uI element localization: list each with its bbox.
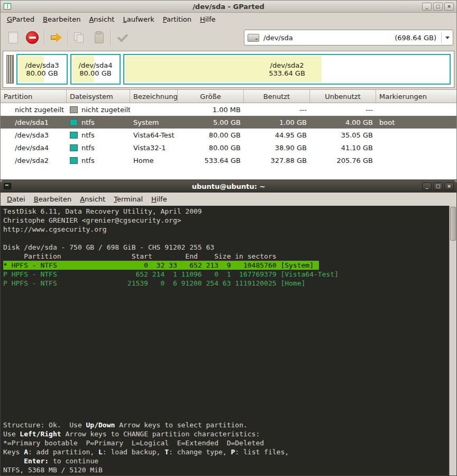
- drive-icon: [248, 34, 259, 42]
- terminal-line: http://www.cgsecurity.org: [3, 225, 447, 234]
- filesystem-color-swatch: [70, 132, 78, 139]
- minimize-button[interactable]: _: [422, 182, 432, 190]
- filesystem-color-swatch: [70, 106, 78, 113]
- close-button[interactable]: ×: [444, 182, 454, 190]
- gparted-toolbar-buttons: [4, 28, 132, 47]
- table-row--dev-sda2[interactable]: /dev/sda2ntfsHome533.64 GB327.88 GB205.7…: [1, 154, 456, 167]
- terminal-line: Disk /dev/sda - 750 GB / 698 GiB - CHS 9…: [3, 243, 447, 252]
- cell-used: ---: [244, 106, 310, 114]
- device-selector[interactable]: /dev/sda (698.64 GB): [244, 30, 453, 45]
- terminal-line: *=Primary bootable P=Primary L=Logical E…: [3, 438, 447, 447]
- partition-name: /dev/sda3: [25, 61, 59, 69]
- cell-partition: /dev/sda1: [1, 118, 67, 126]
- maximize-button[interactable]: □: [433, 3, 443, 11]
- filesystem-name: ntfs: [81, 157, 95, 164]
- column-header-4[interactable]: Benutzt: [244, 90, 310, 103]
- partition-visual-row: /dev/sda380.00 GB/dev/sda480.00 GB/dev/s…: [5, 53, 452, 85]
- table-row-nicht-zugeteilt[interactable]: nicht zugeteiltnicht zugeteilt1.00 MB---…: [1, 103, 456, 116]
- terminal-blank-area: [3, 288, 447, 420]
- table-row--dev-sda1[interactable]: /dev/sda1ntfsSystem5.00 GB1.00 GB4.00 GB…: [1, 116, 456, 129]
- cell-used: 38.90 GB: [244, 144, 310, 152]
- terminal-window-controls: _□×: [422, 182, 454, 190]
- terminal-menu-terminal[interactable]: Terminal: [109, 194, 147, 205]
- minimize-button[interactable]: _: [422, 3, 432, 11]
- cell-partition: /dev/sda2: [1, 157, 67, 164]
- table-row--dev-sda4[interactable]: /dev/sda4ntfsVista32-180.00 GB38.90 GB41…: [1, 141, 456, 154]
- cell-size: 80.00 GB: [178, 131, 244, 139]
- terminal-line: TestDisk 6.11, Data Recovery Utility, Ap…: [3, 207, 447, 216]
- partition-table: PartitionDateisystemBezeichnungGrößeBenu…: [1, 89, 456, 179]
- cell-unused: 205.76 GB: [310, 157, 376, 164]
- cell-used: 327.88 GB: [244, 157, 310, 164]
- delete-partition-icon[interactable]: [23, 28, 42, 47]
- scrollbar-thumb[interactable]: [450, 207, 456, 241]
- gparted-menu-ansicht[interactable]: Ansicht: [85, 14, 118, 25]
- cell-size: 533.64 GB: [178, 157, 244, 164]
- partition-segment-dev-sda3[interactable]: /dev/sda380.00 GB: [16, 54, 68, 85]
- gparted-window: /dev/sda - GParted _□× GPartedBearbeiten…: [0, 0, 457, 180]
- terminal-menu-ansicht[interactable]: Ansicht: [76, 194, 109, 205]
- terminal-menu-datei[interactable]: Datei: [3, 194, 30, 205]
- maximize-button[interactable]: □: [433, 182, 443, 190]
- gparted-menu-gparted[interactable]: GParted: [3, 14, 39, 25]
- terminal-window: ubuntu@ubuntu: ~ _□× DateiBearbeitenAnsi…: [0, 180, 457, 476]
- partition-segment-dev-sda2[interactable]: /dev/sda2533.64 GB: [123, 54, 451, 85]
- partition-visual-bar: /dev/sda380.00 GB/dev/sda480.00 GB/dev/s…: [3, 51, 454, 88]
- terminal-line: Structure: Ok. Use Up/Down Arrow keys to…: [3, 420, 447, 429]
- gparted-menu-bearbeiten[interactable]: Bearbeiten: [39, 14, 85, 25]
- partition-segment-dev-sda4[interactable]: /dev/sda480.00 GB: [70, 54, 121, 85]
- close-button[interactable]: ×: [444, 3, 454, 11]
- cell-unused: ---: [310, 106, 376, 114]
- column-header-3[interactable]: Größe: [178, 90, 244, 103]
- table-row--dev-sda3[interactable]: /dev/sda3ntfsVista64-Test80.00 GB44.95 G…: [1, 129, 456, 141]
- terminal-titlebar[interactable]: ubuntu@ubuntu: ~ _□×: [1, 180, 456, 193]
- toolbar-separator: [111, 30, 111, 45]
- partition-name: /dev/sda2: [270, 61, 304, 69]
- cell-used: 1.00 GB: [244, 118, 310, 126]
- terminal-line: Keys A: add partition, L: load backup, T…: [3, 447, 447, 456]
- cell-filesystem: ntfs: [67, 144, 130, 152]
- cell-unused: 41.10 GB: [310, 144, 376, 152]
- partition-size: 533.64 GB: [269, 69, 305, 77]
- partition-size: 80.00 GB: [79, 69, 111, 77]
- cell-label: Home: [130, 157, 178, 164]
- terminal-window-title: ubuntu@ubuntu: ~: [1, 182, 456, 190]
- gparted-window-title: /dev/sda - GParted: [1, 3, 456, 11]
- gparted-window-icon: [4, 3, 11, 10]
- column-header-0[interactable]: Partition: [1, 90, 67, 103]
- column-header-5[interactable]: Unbenutzt: [310, 90, 376, 103]
- gparted-menu-partition[interactable]: Partition: [159, 14, 196, 25]
- new-partition-icon: [4, 28, 23, 47]
- terminal-line: Christophe GRENIER <grenier@cgsecurity.o…: [3, 216, 447, 225]
- cell-partition: nicht zugeteilt: [1, 106, 67, 114]
- cell-partition: /dev/sda4: [1, 144, 67, 152]
- partition-size: 80.00 GB: [26, 69, 58, 77]
- column-header-2[interactable]: Bezeichnung: [130, 90, 178, 103]
- gparted-menu-hilfe[interactable]: Hilfe: [196, 14, 220, 25]
- filesystem-name: ntfs: [81, 144, 95, 152]
- filesystem-name: ntfs: [81, 131, 95, 139]
- terminal-line: P HPFS - NTFS 652 214 1 11096 0 1 167769…: [3, 270, 447, 279]
- cell-used: 44.95 GB: [244, 131, 310, 139]
- chevron-down-icon: [445, 36, 450, 39]
- resize-move-icon[interactable]: [47, 28, 66, 47]
- partition-segment-label: /dev/sda380.00 GB: [17, 55, 67, 84]
- terminal-output[interactable]: TestDisk 6.11, Data Recovery Utility, Ap…: [1, 206, 456, 475]
- terminal-line: Use Left/Right Arrow keys to CHANGE part…: [3, 429, 447, 438]
- column-header-1[interactable]: Dateisystem: [67, 90, 130, 103]
- unallocated-strip[interactable]: [6, 55, 14, 84]
- cell-filesystem: ntfs: [67, 157, 130, 164]
- column-header-6[interactable]: Markierungen: [376, 90, 456, 103]
- gparted-titlebar[interactable]: /dev/sda - GParted _□×: [1, 1, 456, 13]
- gparted-menubar: GPartedBearbeitenAnsichtLaufwerkPartitio…: [1, 13, 456, 26]
- device-path: /dev/sda: [263, 34, 293, 42]
- partition-table-body: nicht zugeteiltnicht zugeteilt1.00 MB---…: [1, 103, 456, 167]
- cell-size: 1.00 MB: [178, 106, 244, 114]
- terminal-line: [3, 234, 447, 243]
- terminal-menu-bearbeiten[interactable]: Bearbeiten: [30, 194, 76, 205]
- terminal-menu-hilfe[interactable]: Hilfe: [147, 194, 171, 205]
- gparted-menu-laufwerk[interactable]: Laufwerk: [118, 14, 158, 25]
- terminal-line: Partition Start End Size in sectors: [3, 252, 447, 261]
- apply-icon: [113, 28, 132, 47]
- terminal-scrollbar[interactable]: [449, 206, 456, 475]
